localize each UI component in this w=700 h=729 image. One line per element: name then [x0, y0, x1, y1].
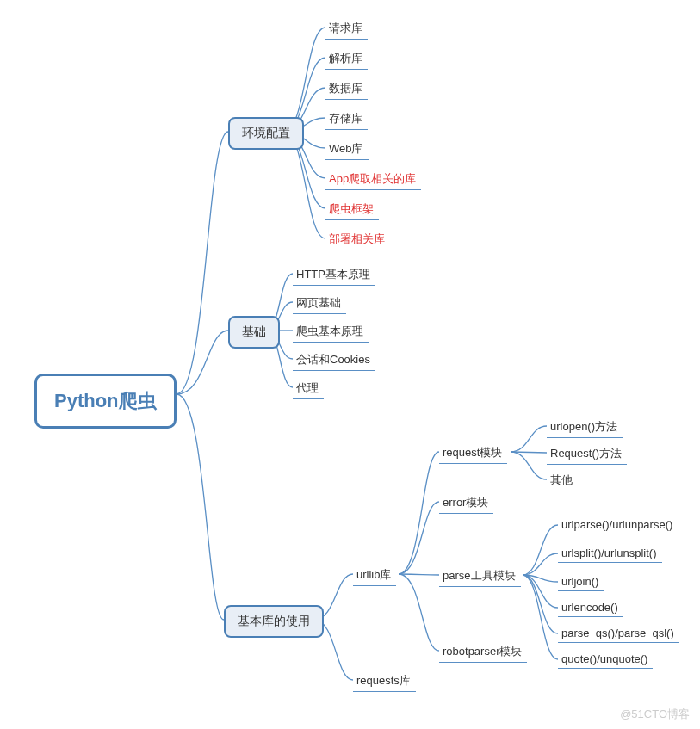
leaf-urlparse[interactable]: urlparse()/urlunparse(): [558, 516, 678, 534]
leaf-env-5[interactable]: App爬取相关的库: [325, 170, 421, 190]
leaf-quote[interactable]: quote()/unquote(): [558, 651, 653, 669]
leaf-other[interactable]: 其他: [547, 471, 578, 491]
leaf-basics-0[interactable]: HTTP基本原理: [293, 265, 375, 286]
leaf-request-method[interactable]: Request()方法: [547, 444, 627, 465]
leaf-env-1[interactable]: 解析库: [325, 49, 368, 70]
leaf-env-4[interactable]: Web库: [325, 139, 369, 160]
leaf-basics-2[interactable]: 爬虫基本原理: [293, 322, 369, 343]
watermark: @51CTO博客: [620, 707, 690, 722]
leaf-request-module[interactable]: request模块: [439, 443, 507, 464]
leaf-robotparser-module[interactable]: robotparser模块: [439, 642, 527, 663]
root-node[interactable]: Python爬虫: [34, 374, 177, 429]
leaf-env-3[interactable]: 存储库: [325, 109, 368, 130]
leaf-env-0[interactable]: 请求库: [325, 19, 368, 40]
leaf-urlsplit[interactable]: urlsplit()/urlunsplit(): [558, 545, 662, 563]
branch-libs[interactable]: 基本库的使用: [224, 605, 324, 638]
leaf-basics-3[interactable]: 会话和Cookies: [293, 350, 375, 371]
leaf-env-2[interactable]: 数据库: [325, 79, 368, 100]
leaf-requests[interactable]: requests库: [353, 671, 416, 692]
leaf-urlencode[interactable]: urlencode(): [558, 599, 623, 617]
leaf-urllib[interactable]: urllib库: [353, 565, 396, 586]
leaf-urljoin[interactable]: urljoin(): [558, 573, 604, 591]
leaf-basics-1[interactable]: 网页基础: [293, 293, 346, 314]
leaf-env-7[interactable]: 部署相关库: [325, 230, 390, 250]
branch-env[interactable]: 环境配置: [228, 117, 304, 150]
branch-basics[interactable]: 基础: [228, 316, 280, 349]
leaf-basics-4[interactable]: 代理: [293, 379, 324, 399]
leaf-urlopen[interactable]: urlopen()方法: [547, 417, 623, 438]
leaf-parse-module[interactable]: parse工具模块: [439, 566, 521, 587]
leaf-env-6[interactable]: 爬虫框架: [325, 200, 379, 220]
mindmap-canvas: Python爬虫 环境配置 基础 基本库的使用 请求库 解析库 数据库 存储库 …: [0, 0, 700, 729]
leaf-error-module[interactable]: error模块: [439, 493, 493, 514]
leaf-parseqs[interactable]: parse_qs()/parse_qsl(): [558, 625, 679, 643]
